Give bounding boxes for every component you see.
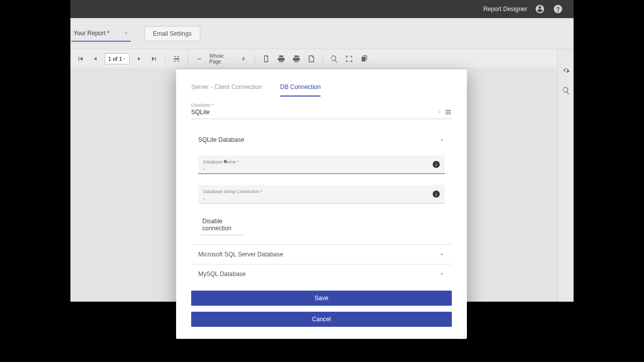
list-icon[interactable]	[445, 109, 452, 116]
next-page-icon[interactable]	[133, 53, 145, 65]
page-indicator[interactable]: 1 of 1	[105, 53, 130, 64]
chevron-down-icon	[438, 110, 442, 114]
page-break-icon[interactable]	[171, 53, 183, 65]
zoom-in-icon[interactable]	[237, 53, 250, 65]
first-page-icon[interactable]	[74, 53, 87, 65]
last-page-icon[interactable]	[148, 53, 160, 65]
tab-server-client[interactable]: Server - Client Connection	[191, 83, 262, 97]
toolbar-divider	[323, 54, 323, 64]
toolbar-divider	[255, 54, 255, 64]
app-title: Report Designer	[484, 6, 527, 13]
search-icon[interactable]	[560, 84, 572, 97]
database-name-label: Database Name *	[203, 159, 439, 164]
zoom-label: Whole Page	[209, 53, 230, 64]
chevron-down-icon	[230, 57, 233, 61]
right-rail	[557, 49, 574, 302]
tab-db-connection[interactable]: DB Connection	[280, 83, 321, 97]
email-settings-button[interactable]: Email Settings	[144, 26, 200, 41]
report-dropdown[interactable]: Your Report *	[71, 26, 131, 42]
chevron-down-icon	[439, 251, 445, 257]
toolbar-divider	[188, 54, 188, 64]
save-label: Save	[314, 295, 328, 302]
mysql-section[interactable]: MySQL Database	[191, 264, 452, 284]
connection-string-field[interactable]: Database string Connection * - i	[198, 185, 445, 204]
save-button[interactable]: Save	[191, 291, 452, 306]
search-icon[interactable]	[328, 53, 340, 65]
connection-string-value: -	[203, 195, 439, 201]
database-name-field[interactable]: Database Name * - i	[198, 155, 445, 174]
app-header: Report Designer	[70, 0, 574, 18]
dialog-tabs: Server - Client Connection DB Connection	[191, 83, 452, 97]
cancel-label: Cancel	[312, 316, 331, 323]
prev-page-icon[interactable]	[90, 53, 102, 65]
export-icon[interactable]	[305, 53, 317, 65]
database-select-field[interactable]: Database * SQLite	[191, 103, 452, 119]
mssql-section[interactable]: Microsoft SQL Server Database	[191, 244, 452, 264]
resize-handle-icon[interactable]: ⋰	[459, 335, 465, 338]
chevron-down-icon	[122, 57, 126, 61]
account-icon[interactable]	[534, 4, 545, 15]
database-name-value: -	[203, 165, 439, 171]
connection-dialog: Server - Client Connection DB Connection…	[176, 69, 467, 339]
disable-connection-button[interactable]: Disable connection	[200, 215, 245, 235]
sqlite-title: SQLite Database	[198, 136, 244, 143]
database-value: SQLite	[191, 109, 210, 116]
chevron-down-icon	[439, 271, 445, 277]
fullscreen-icon[interactable]	[343, 53, 355, 65]
gear-icon[interactable]	[560, 64, 572, 76]
toolbar-divider	[165, 54, 166, 64]
print-icon[interactable]	[275, 53, 287, 65]
mysql-title: MySQL Database	[198, 270, 246, 278]
sqlite-header[interactable]: SQLite Database	[198, 133, 445, 146]
mssql-title: Microsoft SQL Server Database	[198, 251, 283, 258]
document-icon[interactable]	[260, 53, 272, 65]
print-alt-icon[interactable]	[290, 53, 302, 65]
chevron-up-icon	[439, 137, 445, 143]
help-icon[interactable]	[552, 4, 564, 15]
info-icon[interactable]: i	[433, 161, 440, 168]
toolbar: 1 of 1 Whole Page	[70, 49, 574, 68]
email-settings-label: Email Settings	[153, 30, 192, 37]
secondary-bar: Your Report * Email Settings	[70, 18, 574, 49]
chevron-down-icon	[124, 31, 129, 36]
report-dropdown-label: Your Report *	[73, 30, 110, 37]
connection-string-label: Database string Connection *	[203, 189, 439, 194]
page-indicator-text: 1 of 1	[108, 56, 122, 62]
zoom-dropdown[interactable]: Whole Page	[208, 53, 234, 64]
info-icon[interactable]: i	[433, 191, 440, 198]
zoom-out-icon[interactable]	[193, 53, 205, 65]
database-label: Database *	[191, 103, 452, 108]
pages-icon[interactable]	[358, 53, 370, 65]
sqlite-section: SQLite Database Database Name * - i Data…	[191, 133, 452, 235]
cancel-button[interactable]: Cancel	[191, 312, 452, 327]
